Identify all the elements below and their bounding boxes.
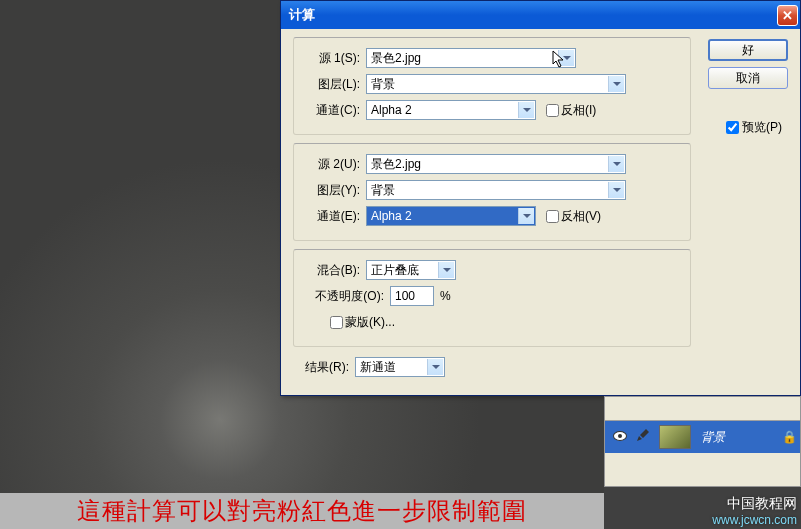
source2-label: 源 2(U): bbox=[304, 156, 366, 173]
chevron-down-icon bbox=[608, 182, 624, 198]
layers-header bbox=[605, 397, 800, 421]
layer-thumbnail bbox=[659, 425, 691, 449]
chevron-down-icon bbox=[608, 76, 624, 92]
watermark-url: www.jcwcn.com bbox=[712, 513, 797, 527]
visibility-toggle[interactable] bbox=[609, 430, 631, 444]
brush-icon bbox=[635, 429, 649, 443]
watermark: 中国教程网 www.jcwcn.com bbox=[712, 495, 797, 527]
source2-layer-value: 背景 bbox=[371, 182, 395, 199]
source2-file-combo[interactable]: 景色2.jpg bbox=[366, 154, 626, 174]
ok-label: 好 bbox=[742, 42, 754, 59]
chevron-down-icon bbox=[518, 102, 534, 118]
chevron-down-icon bbox=[438, 262, 454, 278]
source2-channel-label: 通道(E): bbox=[304, 208, 366, 225]
blending-mode-value: 正片叠底 bbox=[371, 262, 419, 279]
source1-layer-label: 图层(L): bbox=[304, 76, 366, 93]
chevron-down-icon bbox=[608, 156, 624, 172]
mask-checkbox[interactable]: 蒙版(K)... bbox=[330, 314, 395, 331]
close-icon: ✕ bbox=[782, 8, 793, 23]
preview-label: 预览(P) bbox=[742, 119, 782, 136]
blending-mode-combo[interactable]: 正片叠底 bbox=[366, 260, 456, 280]
invert2-input[interactable] bbox=[546, 210, 559, 223]
cancel-label: 取消 bbox=[736, 70, 760, 87]
invert1-label: 反相(I) bbox=[561, 102, 596, 119]
blending-group: 混合(B): 正片叠底 不透明度(O): 100 % bbox=[293, 249, 691, 347]
chevron-down-icon bbox=[518, 208, 534, 224]
calculations-dialog: 计算 ✕ 源 1(S): 景色2.jpg 图层(L): bbox=[280, 0, 801, 396]
source2-channel-combo[interactable]: Alpha 2 bbox=[366, 206, 536, 226]
source1-channel-combo[interactable]: Alpha 2 bbox=[366, 100, 536, 120]
opacity-input[interactable]: 100 bbox=[390, 286, 434, 306]
source1-layer-value: 背景 bbox=[371, 76, 395, 93]
opacity-unit: % bbox=[440, 289, 451, 303]
eye-icon bbox=[613, 431, 627, 441]
mask-label: 蒙版(K)... bbox=[345, 314, 395, 331]
ok-button[interactable]: 好 bbox=[708, 39, 788, 61]
chevron-down-icon bbox=[558, 50, 574, 66]
layer-name: 背景 bbox=[697, 429, 782, 446]
source2-group: 源 2(U): 景色2.jpg 图层(Y): 背景 通道(E): bbox=[293, 143, 691, 241]
preview-checkbox[interactable]: 预览(P) bbox=[726, 119, 782, 136]
dialog-titlebar[interactable]: 计算 ✕ bbox=[281, 1, 800, 29]
invert2-label: 反相(V) bbox=[561, 208, 601, 225]
source2-file-value: 景色2.jpg bbox=[371, 156, 421, 173]
opacity-label: 不透明度(O): bbox=[304, 288, 390, 305]
source2-channel-value: Alpha 2 bbox=[371, 209, 412, 223]
source1-layer-combo[interactable]: 背景 bbox=[366, 74, 626, 94]
result-label: 结果(R): bbox=[293, 359, 355, 376]
source1-file-combo[interactable]: 景色2.jpg bbox=[366, 48, 576, 68]
source1-label: 源 1(S): bbox=[304, 50, 366, 67]
layer-row-background[interactable]: 背景 🔒 bbox=[605, 421, 800, 453]
watermark-site: 中国教程网 bbox=[712, 495, 797, 513]
preview-input[interactable] bbox=[726, 121, 739, 134]
dialog-title: 计算 bbox=[289, 6, 777, 24]
source2-invert-checkbox[interactable]: 反相(V) bbox=[546, 208, 601, 225]
lock-icon: 🔒 bbox=[782, 430, 796, 444]
chevron-down-icon bbox=[427, 359, 443, 375]
blending-label: 混合(B): bbox=[304, 262, 366, 279]
source1-channel-label: 通道(C): bbox=[304, 102, 366, 119]
edit-indicator bbox=[631, 429, 653, 446]
source2-layer-combo[interactable]: 背景 bbox=[366, 180, 626, 200]
result-value: 新通道 bbox=[360, 359, 396, 376]
source2-layer-label: 图层(Y): bbox=[304, 182, 366, 199]
opacity-value: 100 bbox=[395, 289, 415, 303]
mask-input[interactable] bbox=[330, 316, 343, 329]
source1-group: 源 1(S): 景色2.jpg 图层(L): 背景 bbox=[293, 37, 691, 135]
invert1-input[interactable] bbox=[546, 104, 559, 117]
annotation-caption: 這種計算可以對亮粉紅色進一步限制範圍 bbox=[0, 493, 604, 529]
result-combo[interactable]: 新通道 bbox=[355, 357, 445, 377]
source1-file-value: 景色2.jpg bbox=[371, 50, 421, 67]
source1-channel-value: Alpha 2 bbox=[371, 103, 412, 117]
cancel-button[interactable]: 取消 bbox=[708, 67, 788, 89]
source1-invert-checkbox[interactable]: 反相(I) bbox=[546, 102, 596, 119]
close-button[interactable]: ✕ bbox=[777, 5, 798, 26]
layers-panel: 背景 🔒 bbox=[604, 396, 801, 487]
